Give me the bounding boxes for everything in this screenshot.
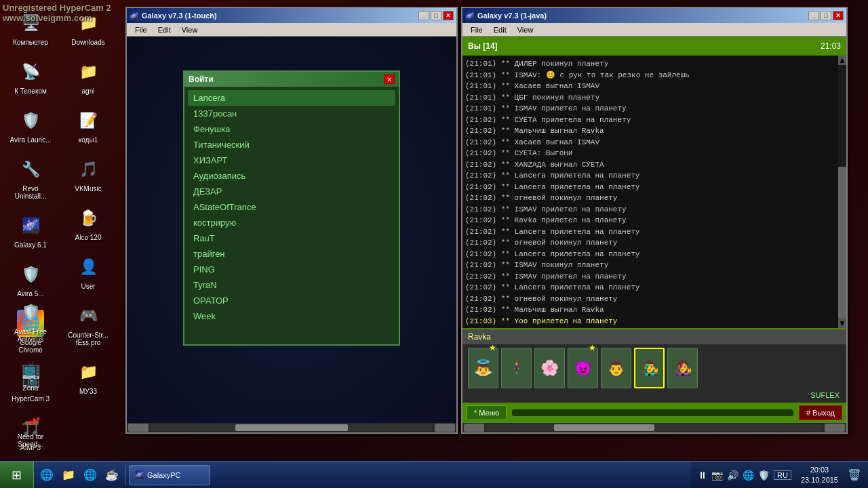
quick-launch: 🌐 📁 🌐 ☕ bbox=[34, 465, 125, 485]
window2-minimize-button[interactable]: _ bbox=[808, 11, 819, 20]
window2-maximize-button[interactable]: □ bbox=[821, 11, 831, 20]
window1-menu-file[interactable]: File bbox=[130, 24, 153, 35]
start-button[interactable]: ⊞ bbox=[0, 462, 34, 488]
chat-msg-3: (21:01) ** ЦБГ покинул планету bbox=[465, 92, 844, 104]
window1-title: 🌌 Galaxy v7.3 (1-touch) bbox=[130, 12, 217, 20]
chat-player-id: Вы [14] bbox=[468, 41, 498, 51]
login-player-13[interactable]: ОРАТОР bbox=[188, 293, 395, 308]
chat-msg-4: (21:01) ** ISMAV прилетел на планету bbox=[465, 103, 844, 115]
character-3[interactable]: 😈★ bbox=[568, 348, 598, 388]
login-player-14[interactable]: Week bbox=[188, 308, 395, 324]
vscrollbar-thumb[interactable] bbox=[838, 167, 846, 319]
chat-msg-2: (21:01) ** Хасаев выгнал ISMAV bbox=[465, 81, 844, 92]
tray-icon-3[interactable]: 🔊 bbox=[727, 470, 738, 481]
player-area: Ravka 👼★ 🕴️ 🌸 😈★ 👨 👨‍🎤 👩‍🎤 SUFLEX bbox=[462, 328, 846, 403]
game-bottom-bar: * Меню # Выход bbox=[462, 403, 846, 423]
window2-controls: _ □ ✕ bbox=[808, 11, 844, 20]
w2-hscrollbar-thumb[interactable] bbox=[554, 424, 654, 431]
quicklaunch-explorer[interactable]: 📁 bbox=[58, 465, 79, 485]
chat-vscrollbar[interactable]: ▲ ▼ bbox=[838, 56, 846, 328]
login-player-11[interactable]: PING bbox=[188, 262, 395, 277]
game-exit-button[interactable]: # Выход bbox=[799, 405, 842, 420]
window2-menu-file[interactable]: File bbox=[465, 24, 488, 35]
clock-time: 20:03 bbox=[801, 465, 838, 474]
galaxy-window-2: 🌌 Galaxy v7.3 (1-java) _ □ ✕ File Edit V… bbox=[461, 7, 848, 434]
window2-menu-view[interactable]: View bbox=[512, 24, 539, 35]
vscrollbar-up-btn[interactable]: ▲ bbox=[838, 56, 846, 65]
chat-msg-9: (21:02) ** ХANZАДА выгнал СУЕТА bbox=[465, 159, 844, 171]
hscrollbar-right-btn[interactable] bbox=[435, 424, 455, 432]
vscrollbar-down-btn[interactable]: ▼ bbox=[838, 319, 846, 328]
login-player-5[interactable]: Аудиозапись bbox=[188, 168, 395, 184]
chat-msg-0: (21:01) ** ДИЛЕР покинул планету bbox=[465, 58, 844, 70]
tray-icon-4[interactable]: 🌐 bbox=[743, 470, 754, 481]
login-player-2[interactable]: Фенушка bbox=[188, 121, 395, 137]
suflex-label: SUFLEX bbox=[810, 391, 840, 399]
character-2[interactable]: 🌸 bbox=[534, 348, 565, 388]
login-player-0[interactable]: Lancera bbox=[188, 90, 395, 106]
login-player-9[interactable]: RauT bbox=[188, 230, 395, 246]
login-player-3[interactable]: Титанический bbox=[188, 137, 395, 152]
window1-maximize-button[interactable]: □ bbox=[431, 11, 441, 20]
quicklaunch-ie[interactable]: 🌐 bbox=[37, 465, 57, 485]
w2-hscrollbar-left[interactable] bbox=[464, 424, 484, 432]
tray-icon-5[interactable]: 🛡️ bbox=[758, 470, 770, 481]
hscrollbar-track bbox=[151, 424, 432, 431]
login-player-7[interactable]: AStateOfTrance bbox=[188, 199, 395, 215]
login-player-6[interactable]: ДЕЗАР bbox=[188, 184, 395, 199]
chat-msg-22: (21:02) ** Мальчиш выгнал Ravka bbox=[465, 304, 844, 316]
tray-basket-icon[interactable]: 🗑️ bbox=[848, 468, 861, 481]
w2-hscrollbar-track bbox=[487, 424, 822, 431]
character-1[interactable]: 🕴️ bbox=[501, 348, 532, 388]
clock-date: 23.10.2015 bbox=[801, 475, 838, 485]
login-player-list[interactable]: Lancera 1337росан Фенушка Титанический Х… bbox=[184, 87, 399, 344]
chat-msg-1: (21:01) ** ISMAV: 😊 с рук то так резко н… bbox=[465, 70, 844, 81]
window1-titlebar[interactable]: 🌌 Galaxy v7.3 (1-touch) _ □ ✕ bbox=[127, 8, 456, 23]
player-name-bar: Ravka bbox=[462, 329, 846, 344]
window1-menu-view[interactable]: View bbox=[176, 24, 203, 35]
character-6[interactable]: 👩‍🎤 bbox=[667, 348, 698, 388]
chat-msg-15: (21:02) ** Lancera прилетела на планету bbox=[465, 226, 844, 238]
quicklaunch-java[interactable]: ☕ bbox=[102, 465, 122, 485]
chat-msg-7: (21:02) ** Хасаев выгнал ISMAV bbox=[465, 137, 844, 148]
login-player-1[interactable]: 1337росан bbox=[188, 106, 395, 121]
active-player-name: Ravka bbox=[468, 332, 491, 342]
window2-close-button[interactable]: ✕ bbox=[833, 11, 844, 20]
character-0[interactable]: 👼★ bbox=[468, 348, 498, 388]
galaxy-window-1: 🌌 Galaxy v7.3 (1-touch) _ □ ✕ File Edit … bbox=[125, 7, 458, 434]
login-player-10[interactable]: трайген bbox=[188, 246, 395, 262]
window1-menubar: File Edit View bbox=[127, 23, 456, 37]
game-menu-button[interactable]: * Меню bbox=[467, 405, 507, 420]
tray-icon-2[interactable]: 📷 bbox=[711, 470, 723, 481]
window2-titlebar[interactable]: 🌌 Galaxy v7.3 (1-java) _ □ ✕ bbox=[462, 8, 846, 23]
vscrollbar-track bbox=[838, 65, 846, 319]
window1-minimize-button[interactable]: _ bbox=[418, 11, 429, 20]
login-player-12[interactable]: TyraN bbox=[188, 277, 395, 293]
hscrollbar-left-btn[interactable] bbox=[128, 424, 149, 432]
chat-msg-11: (21:02) ** Lancera прилетела на планету bbox=[465, 182, 844, 193]
taskbar-tray: ⏸ 📷 🔊 🌐 🛡️ RU 20:03 23.10.2015 🗑️ bbox=[691, 462, 868, 488]
window1-menu-edit[interactable]: Edit bbox=[153, 24, 176, 35]
window1-close-button[interactable]: ✕ bbox=[443, 11, 454, 20]
taskbar-galaxypc-label: GalaxyPC bbox=[147, 471, 181, 479]
login-player-8[interactable]: кострирую bbox=[188, 215, 395, 230]
window2-menu-edit[interactable]: Edit bbox=[488, 24, 512, 35]
chat-msg-14: (21:02) ** Ravka прилетел на планету bbox=[465, 215, 844, 226]
character-5[interactable]: 👨‍🎤 bbox=[634, 348, 665, 388]
taskbar-galaxypc-button[interactable]: 🌌 GalaxyPC bbox=[129, 465, 210, 485]
w2-hscrollbar-right[interactable] bbox=[825, 424, 845, 432]
login-titlebar[interactable]: Войти ✕ bbox=[184, 72, 399, 87]
login-close-button[interactable]: ✕ bbox=[384, 75, 395, 84]
chat-messages-area[interactable]: (21:01) ** ДИЛЕР покинул планету (21:01)… bbox=[462, 56, 846, 328]
tray-language[interactable]: RU bbox=[774, 470, 791, 480]
quicklaunch-chrome[interactable]: 🌐 bbox=[80, 465, 100, 485]
hscrollbar-thumb[interactable] bbox=[235, 424, 348, 431]
window2-title: 🌌 Galaxy v7.3 (1-java) bbox=[465, 12, 547, 20]
chat-msg-20: (21:02) ** Lancera прилетела на планету bbox=[465, 282, 844, 293]
window2-hscrollbar[interactable] bbox=[462, 423, 846, 432]
character-4[interactable]: 👨 bbox=[601, 348, 631, 388]
chat-msg-12: (21:02) ** огневой покинул планету bbox=[465, 192, 844, 204]
window1-hscrollbar[interactable] bbox=[127, 423, 456, 432]
tray-icon-1[interactable]: ⏸ bbox=[698, 470, 707, 481]
login-player-4[interactable]: ХИЗАРТ bbox=[188, 152, 395, 168]
